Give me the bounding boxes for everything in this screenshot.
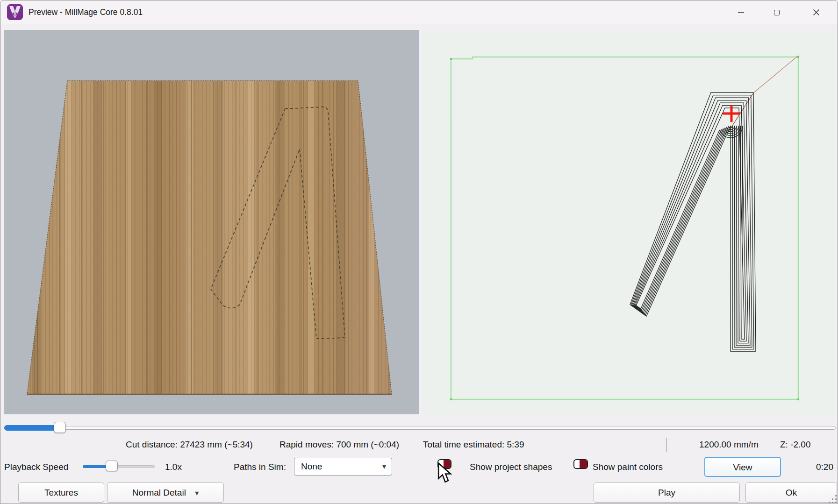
carved-shape-outline [211, 107, 345, 339]
paths-in-sim-value: None [301, 461, 322, 471]
view-button[interactable]: View [704, 457, 781, 477]
playback-controls: Playback Speed 1.0x Paths in Sim: None ▾… [0, 456, 838, 479]
chevron-down-icon: ▾ [382, 458, 386, 475]
minimize-button[interactable] [730, 0, 752, 24]
playback-speed-slider[interactable] [83, 460, 155, 472]
rapid-moves-text: Rapid moves: 700 mm (~0:04) [279, 440, 399, 450]
close-button[interactable] [805, 0, 827, 24]
chevron-down-icon: ▾ [195, 489, 199, 497]
mouse-cursor [437, 462, 455, 484]
footer-buttons: Textures Normal Detail ▾ Play Ok [0, 482, 838, 504]
show-paint-colors-checkbox[interactable] [573, 459, 588, 469]
stock-outline [27, 81, 392, 394]
toolpath-preview-canvas[interactable] [423, 30, 836, 414]
boundary-corner-dot [797, 398, 800, 401]
maximize-button[interactable] [766, 0, 788, 24]
progress-track[interactable] [4, 426, 836, 430]
feed-rate-text: 1200.00 mm/m [699, 440, 759, 450]
progress-fill [4, 425, 57, 431]
status-row: Cut distance: 27423 mm (~5:34) Rapid mov… [0, 437, 838, 453]
checkbox-fill [580, 460, 587, 469]
playback-speed-label: Playback Speed [4, 462, 68, 472]
playback-speed-value: 1.0x [165, 462, 182, 472]
paths-in-sim-select[interactable]: None ▾ [294, 458, 392, 476]
show-project-shapes-label: Show project shapes [470, 462, 552, 472]
material-preview-canvas[interactable] [4, 30, 419, 414]
simulation-progress-slider[interactable] [4, 421, 836, 434]
elapsed-time-text: 0:20 [816, 462, 833, 472]
detail-level-value: Normal Detail [132, 488, 186, 497]
boundary-corner-dot [450, 398, 452, 401]
play-button[interactable]: Play [594, 483, 740, 503]
speed-handle[interactable] [106, 461, 118, 471]
show-paint-colors-label: Show paint colors [593, 462, 663, 472]
paths-in-sim-label: Paths in Sim: [234, 462, 286, 472]
boundary-corner-dot [450, 58, 452, 60]
status-separator [666, 438, 667, 452]
preview-window: Preview - MillMage Core 0.8.01 [0, 0, 838, 504]
ok-button[interactable]: Ok [745, 483, 837, 503]
progress-handle[interactable] [54, 422, 66, 433]
z-depth-text: Z: -2.00 [780, 440, 810, 450]
window-title: Preview - MillMage Core 0.8.01 [29, 0, 143, 24]
minimize-icon [738, 12, 744, 13]
total-time-text: Total time estimated: 5:39 [423, 440, 524, 450]
path-start-dot [725, 133, 728, 135]
toolpath-loops [630, 92, 756, 351]
app-logo-icon [7, 4, 23, 20]
textures-button[interactable]: Textures [18, 483, 104, 503]
rapid-move-line [753, 56, 798, 93]
maximize-icon [774, 10, 780, 15]
resize-grip[interactable] [827, 493, 837, 504]
close-icon [813, 9, 820, 16]
detail-level-dropdown[interactable]: Normal Detail ▾ [107, 483, 224, 503]
titlebar[interactable]: Preview - MillMage Core 0.8.01 [0, 0, 838, 24]
cut-distance-text: Cut distance: 27423 mm (~5:34) [126, 440, 253, 450]
